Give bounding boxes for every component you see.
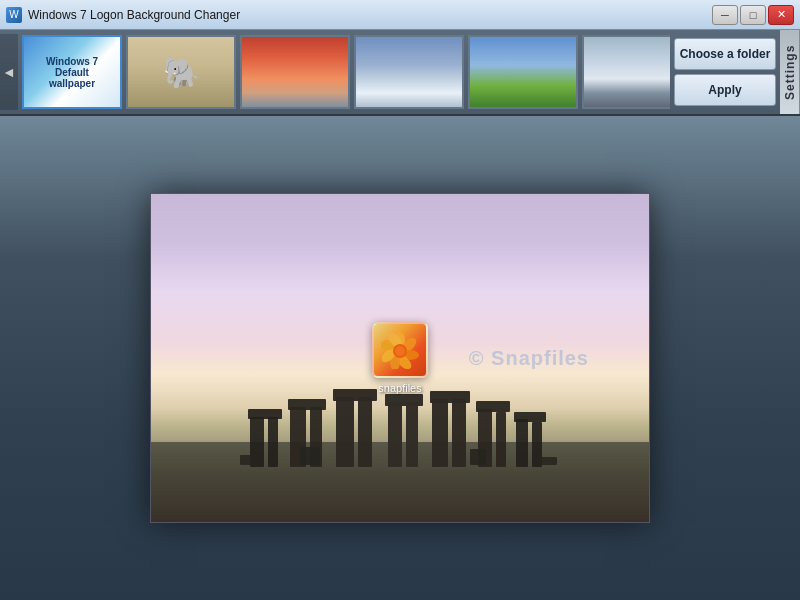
- thumbnail-elephant[interactable]: [126, 35, 236, 109]
- svg-rect-9: [388, 402, 402, 467]
- thumbnail-mountain-red[interactable]: [240, 35, 350, 109]
- title-bar: W Windows 7 Logon Background Changer ─ □…: [0, 0, 800, 30]
- svg-rect-5: [288, 399, 326, 410]
- app-icon: W: [6, 7, 22, 23]
- main-window: ◄ Windows 7 Default wallpaper ►: [0, 30, 800, 600]
- watermark: © Snapfiles: [469, 345, 589, 371]
- svg-rect-2: [248, 409, 282, 419]
- svg-rect-22: [470, 449, 486, 465]
- thumbnail-strip: ◄ Windows 7 Default wallpaper ►: [0, 30, 670, 114]
- svg-rect-13: [452, 399, 466, 467]
- choose-folder-button[interactable]: Choose a folder: [674, 38, 776, 70]
- svg-rect-12: [432, 399, 448, 467]
- svg-rect-11: [385, 394, 423, 406]
- svg-rect-20: [514, 412, 546, 422]
- svg-rect-10: [406, 402, 418, 467]
- maximize-button[interactable]: □: [740, 5, 766, 25]
- toolbar: ◄ Windows 7 Default wallpaper ►: [0, 30, 800, 116]
- svg-rect-8: [333, 389, 377, 401]
- close-button[interactable]: ✕: [768, 5, 794, 25]
- svg-rect-23: [240, 455, 258, 465]
- preview-frame: © Snapfiles: [150, 193, 650, 523]
- settings-tab[interactable]: Settings: [780, 30, 800, 114]
- preview-background: © Snapfiles: [151, 194, 649, 522]
- svg-rect-14: [430, 391, 470, 403]
- minimize-button[interactable]: ─: [712, 5, 738, 25]
- default-thumb-label: Windows 7 Default wallpaper: [46, 56, 98, 89]
- user-icon-container: snapfiles: [372, 322, 428, 394]
- content-area: © Snapfiles: [0, 116, 800, 600]
- window-controls: ─ □ ✕: [712, 5, 794, 25]
- user-label: snapfiles: [378, 382, 421, 394]
- scroll-left-button[interactable]: ◄: [0, 34, 18, 110]
- svg-rect-7: [358, 397, 372, 467]
- window-title: Windows 7 Logon Background Changer: [28, 8, 712, 22]
- sidebar-buttons: Choose a folder Apply: [670, 30, 780, 114]
- svg-rect-18: [516, 419, 528, 467]
- thumbnail-ocean[interactable]: [582, 35, 670, 109]
- svg-rect-1: [268, 417, 278, 467]
- user-icon: [372, 322, 428, 378]
- apply-button[interactable]: Apply: [674, 74, 776, 106]
- svg-rect-6: [336, 397, 354, 467]
- svg-rect-16: [496, 412, 506, 467]
- svg-rect-17: [476, 401, 510, 412]
- svg-point-34: [395, 346, 405, 356]
- thumbnail-green[interactable]: [468, 35, 578, 109]
- thumbnail-default[interactable]: Windows 7 Default wallpaper: [22, 35, 122, 109]
- thumbnail-snowy[interactable]: [354, 35, 464, 109]
- svg-rect-24: [535, 457, 557, 465]
- svg-rect-21: [300, 447, 320, 465]
- stonehenge-silhouette: [240, 387, 560, 467]
- thumbnails-container: Windows 7 Default wallpaper: [18, 34, 670, 110]
